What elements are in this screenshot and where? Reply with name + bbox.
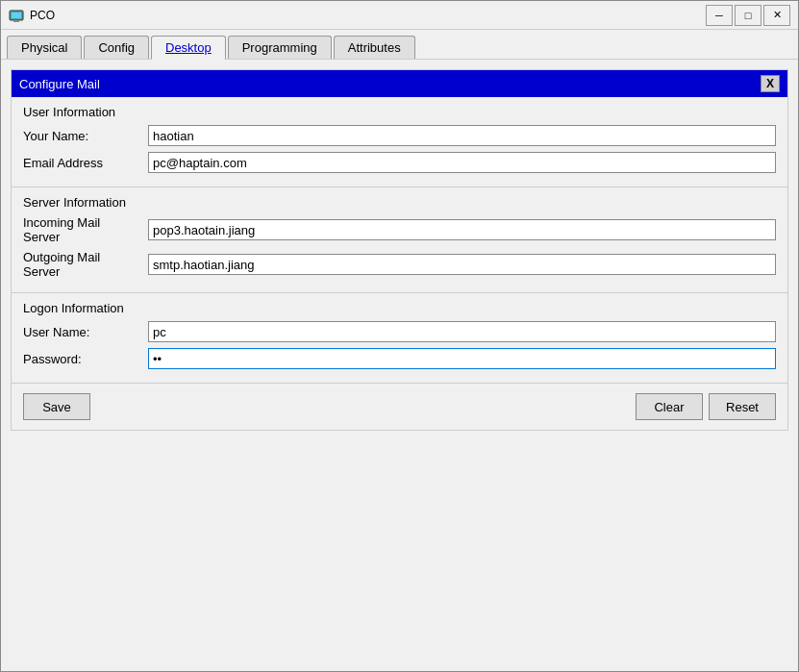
main-window: PCO ─ □ ✕ Physical Config Desktop Progra…: [0, 0, 799, 672]
your-name-input[interactable]: [148, 125, 776, 146]
password-input[interactable]: [148, 348, 776, 369]
incoming-mail-input[interactable]: [148, 219, 776, 240]
tab-bar: Physical Config Desktop Programming Attr…: [1, 30, 798, 60]
maximize-button[interactable]: □: [735, 5, 762, 26]
server-info-label: Server Information: [23, 195, 776, 210]
tab-attributes[interactable]: Attributes: [334, 36, 415, 59]
close-button[interactable]: ✕: [763, 5, 790, 26]
username-label: User Name:: [23, 325, 148, 339]
minimize-button[interactable]: ─: [706, 5, 733, 26]
content-area: Configure Mail X User Information Your N…: [1, 60, 798, 671]
clear-button[interactable]: Clear: [636, 393, 703, 420]
svg-rect-2: [13, 20, 19, 22]
incoming-mail-label: Incoming Mail Server: [23, 215, 148, 244]
title-bar: PCO ─ □ ✕: [1, 1, 798, 30]
logon-information-section: Logon Information User Name: Password:: [12, 293, 787, 383]
email-address-label: Email Address: [23, 156, 148, 170]
right-buttons: Clear Reset: [636, 393, 776, 420]
reset-button[interactable]: Reset: [709, 393, 776, 420]
user-information-section: User Information Your Name: Email Addres…: [12, 97, 787, 187]
buttons-row: Save Clear Reset: [12, 384, 787, 430]
svg-rect-1: [12, 12, 21, 18]
tab-physical[interactable]: Physical: [7, 36, 82, 59]
username-row: User Name:: [23, 321, 776, 342]
outgoing-mail-label: Outgoing Mail Server: [23, 250, 148, 279]
configure-mail-header: Configure Mail X: [12, 70, 787, 97]
app-icon: [9, 8, 24, 23]
your-name-row: Your Name:: [23, 125, 776, 146]
tab-config[interactable]: Config: [84, 36, 149, 59]
username-input[interactable]: [148, 321, 776, 342]
configure-mail-title: Configure Mail: [19, 77, 100, 91]
logon-info-label: Logon Information: [23, 301, 776, 315]
outgoing-mail-input[interactable]: [148, 254, 776, 275]
your-name-label: Your Name:: [23, 129, 148, 143]
password-row: Password:: [23, 348, 776, 369]
window-controls: ─ □ ✕: [706, 5, 790, 26]
outgoing-mail-row: Outgoing Mail Server: [23, 250, 776, 279]
window-title: PCO: [30, 9, 706, 22]
tab-programming[interactable]: Programming: [228, 36, 332, 59]
save-button[interactable]: Save: [23, 393, 90, 420]
configure-mail-close-button[interactable]: X: [761, 75, 780, 92]
tab-desktop[interactable]: Desktop: [151, 36, 226, 60]
email-address-row: Email Address: [23, 152, 776, 173]
email-address-input[interactable]: [148, 152, 776, 173]
user-info-label: User Information: [23, 105, 776, 119]
password-label: Password:: [23, 352, 148, 366]
server-information-section: Server Information Incoming Mail Server …: [12, 187, 787, 292]
incoming-mail-row: Incoming Mail Server: [23, 215, 776, 244]
configure-mail-panel: Configure Mail X User Information Your N…: [11, 69, 788, 431]
